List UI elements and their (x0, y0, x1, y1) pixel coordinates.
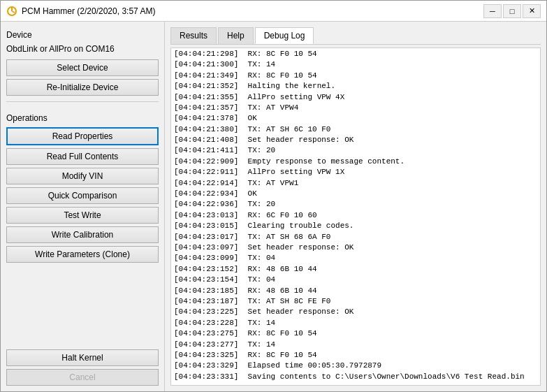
log-line: [04:04:23:228] TX: 14 (174, 318, 537, 328)
divider-1 (6, 101, 159, 102)
window-title: PCM Hammer (2/20/2020, 3:57 AM) (22, 6, 483, 16)
log-line: [04:04:23:277] TX: 14 (174, 340, 537, 350)
debug-log-area[interactable]: [04:04:21:132] TX: 04[04:04:21:213] RX: … (170, 48, 541, 386)
right-panel: Results Help Debug Log [04:04:21:132] TX… (165, 22, 546, 391)
log-line: [04:04:23:154] TX: 04 (174, 275, 537, 285)
write-parameters-button[interactable]: Write Parameters (Clone) (6, 246, 159, 263)
log-line: [04:04:21:352] Halting the kernel. (174, 81, 537, 92)
tab-bar: Results Help Debug Log (170, 27, 541, 45)
log-line: [04:04:22:934] OK (174, 189, 537, 199)
log-line: [04:04:23:331] Saving contents to C:\Use… (174, 372, 537, 382)
log-line: [04:04:23:275] RX: 8C F0 10 54 (174, 328, 537, 339)
minimize-button[interactable]: ─ (483, 4, 502, 18)
tab-debug-log[interactable]: Debug Log (255, 27, 314, 44)
write-calibration-button[interactable]: Write Calibration (6, 226, 159, 243)
log-line: [04:04:21:357] TX: AT VPW4 (174, 103, 537, 113)
log-line: [04:04:23:185] RX: 48 6B 10 44 (174, 286, 537, 296)
main-content: Device ObdLink or AllPro on COM16 Select… (1, 22, 546, 391)
tab-results[interactable]: Results (170, 27, 217, 44)
log-line: [04:04:22:914] TX: AT VPW1 (174, 178, 537, 189)
read-properties-button[interactable]: Read Properties (6, 127, 159, 145)
log-line: [04:04:23:013] RX: 6C F0 10 60 (174, 210, 537, 221)
log-line: [04:04:23:099] TX: 04 (174, 253, 537, 263)
svg-line-2 (12, 11, 15, 13)
log-line: [04:04:21:298] RX: 8C F0 10 54 (174, 49, 537, 59)
select-device-button[interactable]: Select Device (6, 59, 159, 76)
log-line: [04:04:21:355] AllPro setting VPW 4X (174, 92, 537, 103)
halt-kernel-button[interactable]: Halt Kernel (6, 349, 159, 366)
quick-comparison-button[interactable]: Quick Comparison (6, 187, 159, 204)
device-section-label: Device (6, 30, 159, 40)
cancel-button: Cancel (6, 369, 159, 386)
test-write-button[interactable]: Test Write (6, 207, 159, 224)
app-icon (6, 6, 17, 17)
log-line: [04:04:21:378] OK (174, 113, 537, 124)
reinit-device-button[interactable]: Re-Initialize Device (6, 79, 159, 96)
close-button[interactable]: ✕ (523, 4, 541, 18)
log-line: [04:04:21:380] TX: AT SH 6C 10 F0 (174, 124, 537, 135)
log-line: [04:04:22:909] Empty response to message… (174, 157, 537, 167)
read-full-contents-button[interactable]: Read Full Contents (6, 148, 159, 165)
main-window: PCM Hammer (2/20/2020, 3:57 AM) ─ □ ✕ De… (0, 0, 547, 392)
log-line: [04:04:23:015] Clearing trouble codes. (174, 221, 537, 231)
log-line: [04:04:21:349] RX: 8C F0 10 54 (174, 71, 537, 81)
log-line: [04:04:21:408] Set header response: OK (174, 135, 537, 145)
operations-section-label: Operations (6, 113, 159, 123)
log-line: [04:04:21:411] TX: 20 (174, 145, 537, 156)
device-info-text: ObdLink or AllPro on COM16 (6, 44, 159, 54)
log-line: [04:04:21:300] TX: 14 (174, 59, 537, 70)
tab-help[interactable]: Help (218, 27, 254, 44)
log-line: [04:04:23:225] Set header response: OK (174, 307, 537, 317)
window-controls: ─ □ ✕ (483, 4, 541, 18)
log-line: [04:04:23:097] Set header response: OK (174, 242, 537, 253)
log-line: [04:04:23:017] TX: AT SH 68 6A F0 (174, 232, 537, 242)
title-bar: PCM Hammer (2/20/2020, 3:57 AM) ─ □ ✕ (1, 1, 546, 22)
left-panel: Device ObdLink or AllPro on COM16 Select… (1, 22, 165, 391)
log-line: [04:04:23:325] RX: 8C F0 10 54 (174, 350, 537, 361)
log-line: [04:04:23:329] Elapsed time 00:05:30.797… (174, 361, 537, 371)
log-line: [04:04:22:911] AllPro setting VPW 1X (174, 167, 537, 177)
maximize-button[interactable]: □ (503, 4, 521, 18)
modify-vin-button[interactable]: Modify VIN (6, 168, 159, 184)
log-line: [04:04:23:152] RX: 48 6B 10 44 (174, 264, 537, 275)
log-line: [04:04:22:936] TX: 20 (174, 199, 537, 210)
log-line: [04:04:23:187] TX: AT SH 8C FE F0 (174, 296, 537, 307)
